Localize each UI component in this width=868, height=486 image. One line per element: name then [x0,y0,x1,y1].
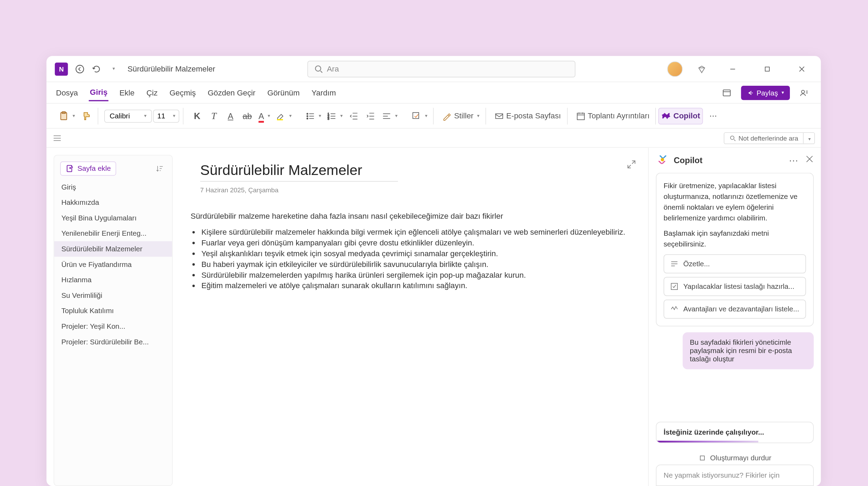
strikethrough-button[interactable]: ab [240,108,255,124]
page-list-item[interactable]: Yenilenebilir Enerji Enteg... [54,226,172,241]
svg-point-8 [307,113,308,114]
notebook-search[interactable]: Not defterlerinde ara ▾ [724,132,815,144]
copilot-panel: Copilot ⋯ Fikir üretmenize, yapılacaklar… [648,148,821,486]
titlebar: N ▾ Sürdürülebilir Malzemeler Ara [47,56,821,82]
font-color-button[interactable]: A▾ [256,108,273,124]
meeting-details-button[interactable]: Toplantı Ayrıntıları [574,108,652,124]
format-painter-button[interactable] [78,108,94,124]
menu-ciz[interactable]: Çiz [145,85,159,101]
page-list-item[interactable]: Sürdürülebilir Malzemeler [54,241,172,257]
outdent-button[interactable] [346,108,362,124]
nav-toggle-button[interactable] [52,133,66,142]
svg-rect-6 [62,111,65,113]
page-list-item[interactable]: Topluluk Katılımı [54,303,172,319]
back-button[interactable] [72,60,88,77]
menu-gecmis[interactable]: Geçmiş [168,85,197,101]
font-size-select[interactable]: 11▾ [153,109,179,123]
note-bullet-item[interactable]: Sürdürülebilir malzemelerden yapılmış ha… [201,270,630,279]
svg-text:3: 3 [328,117,329,120]
suggestion-pros-cons[interactable]: Avantajları ve dezavantajları listele... [663,300,806,319]
svg-point-4 [801,90,804,93]
page-list-item[interactable]: Su Verimliliği [54,288,172,303]
more-options-button[interactable]: ⋯ [706,108,721,124]
highlight-button[interactable]: ▾ [274,108,294,124]
menu-dosya[interactable]: Dosya [55,85,79,101]
close-button[interactable] [790,60,814,77]
bullets-button[interactable]: ▾ [303,108,324,124]
indent-button[interactable] [363,108,378,124]
note-bullet-item[interactable]: Kişilere sürdürülebilir malzemeler hakkı… [201,227,630,236]
svg-rect-15 [495,114,503,118]
suggestion-summarize[interactable]: Özetle... [663,254,806,274]
numbering-button[interactable]: 123▾ [325,108,345,124]
contacts-button[interactable] [796,84,812,101]
svg-point-10 [307,118,308,119]
expand-icon[interactable] [624,157,639,171]
copilot-logo-icon [656,154,669,167]
copilot-toolbar-button[interactable]: Copilot [659,108,703,124]
note-bullet-item[interactable]: Eğitim malzemeleri ve atölye çalışmaları… [201,281,630,290]
add-page-button[interactable]: Sayfa ekle [60,161,116,176]
page-list-item[interactable]: Hızlanma [54,272,172,288]
user-message-bubble: Bu sayfadaki fikirleri yöneticimle payla… [683,332,813,369]
copilot-close-button[interactable] [806,154,814,166]
share-button[interactable]: Paylaş ▾ [741,85,790,100]
copilot-intro-text-1: Fikir üretmenize, yapılacaklar listesi o… [663,181,806,224]
svg-rect-21 [700,456,704,460]
email-page-button[interactable]: E-posta Sayfası [492,108,564,124]
suggestion-todo-draft[interactable]: Yapılacaklar listesi taslağı hazırla... [663,277,806,296]
page-list-item[interactable]: Giriş [54,179,172,195]
menu-giris[interactable]: Giriş [89,84,109,101]
page-list-panel: Sayfa ekle GirişHakkımızdaYeşil Bina Uyg… [53,155,173,486]
note-bullet-item[interactable]: Bu haberi yaymak için etkileyiciler ve s… [201,260,630,269]
svg-rect-7 [277,119,283,120]
bold-button[interactable]: K [190,108,205,124]
undo-button[interactable] [88,60,105,77]
svg-point-17 [730,136,734,139]
notebook-search-dropdown[interactable]: ▾ [803,133,815,143]
svg-point-0 [76,65,84,73]
user-avatar[interactable] [667,61,683,77]
sub-toolbar: Not defterlerinde ara ▾ [47,129,821,148]
svg-rect-2 [765,67,769,71]
italic-button[interactable]: T [206,108,222,124]
menu-gorunum[interactable]: Görünüm [266,85,301,101]
note-intro-text[interactable]: Sürdürülebilir malzeme hareketine daha f… [191,211,630,220]
minimize-button[interactable] [721,60,745,77]
menu-yardim[interactable]: Yardım [310,85,337,101]
page-list-item[interactable]: Projeler: Sürdürülebilir Be... [54,334,172,350]
page-list-item[interactable]: Hakkımızda [54,195,172,210]
copilot-intro-card: Fikir üretmenize, yapılacaklar listesi o… [656,173,814,327]
copilot-more-button[interactable]: ⋯ [789,154,798,166]
tab-mode-button[interactable] [718,84,735,101]
premium-icon[interactable] [693,60,710,77]
content-area: Sayfa ekle GirişHakkımızdaYeşil Bina Uyg… [47,148,821,486]
stop-generating-button[interactable]: Oluşturmayı durdur [656,449,814,465]
copilot-input[interactable]: Ne yapmak istiyorsunuz? Fikirler için [656,464,814,486]
page-list-item[interactable]: Projeler: Yeşil Kon... [54,319,172,334]
page-list-item[interactable]: Yeşil Bina Uygulamaları [54,210,172,226]
note-editor[interactable]: Sürdürülebilir Malzemeler 7 Haziran 2025… [173,148,648,486]
copilot-title: Copilot [674,156,702,165]
align-button[interactable]: ▾ [379,108,400,124]
quick-access-dropdown[interactable]: ▾ [105,60,122,77]
menu-gozden-gecir[interactable]: Gözden Geçir [207,85,257,101]
maximize-button[interactable] [755,60,779,77]
note-bullet-item[interactable]: Yeşil alışkanlıkları teşvik etmek için s… [201,249,630,258]
svg-point-9 [307,115,308,116]
sort-pages-button[interactable] [153,162,166,175]
tags-button[interactable]: ▾ [409,108,429,124]
font-family-select[interactable]: Calibri▾ [104,109,152,123]
note-title[interactable]: Sürdürülebilir Malzemeler [200,162,398,182]
share-label: Paylaş [757,89,778,97]
search-input[interactable]: Ara [307,60,575,77]
page-list-item[interactable]: Ürün ve Fiyatlandırma [54,257,172,272]
styles-button[interactable]: Stiller▾ [440,108,482,124]
paste-button[interactable]: ▾ [56,108,77,124]
menu-ekle[interactable]: Ekle [118,85,136,101]
svg-rect-16 [577,113,584,119]
note-bullet-list[interactable]: Kişilere sürdürülebilir malzemeler hakkı… [191,227,630,290]
note-bullet-item[interactable]: Fuarlar veya geri dönüşüm kampanyaları g… [201,238,630,247]
note-date: 7 Haziran 2025, Çarşamba [200,186,630,194]
underline-button[interactable]: A [223,108,239,124]
